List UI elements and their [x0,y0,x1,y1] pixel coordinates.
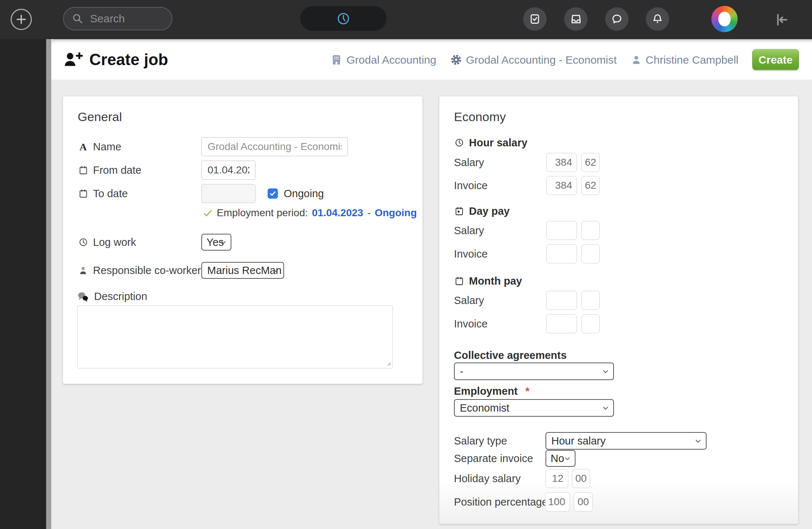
description-label: Description [77,290,147,303]
economy-heading: Economy [454,110,506,124]
person-icon [78,266,88,275]
month-invoice-dec-input[interactable] [581,314,600,333]
inbox-icon [570,13,582,25]
chevron-down-icon [602,404,609,412]
hour-invoice-dec-input[interactable] [581,176,600,195]
search-input[interactable] [90,12,156,25]
employment-period-from: 01.04.2023 [312,207,363,219]
holiday-salary-label: Holiday salary [454,473,521,485]
chevron-down-icon [220,239,227,245]
sidebar-scrollbar[interactable] [46,0,51,529]
page-header: Create job Grodal Accounting Grodal Acco… [51,39,812,80]
responsible-select[interactable]: Marius RecMan [201,262,284,279]
separate-invoice-label: Separate invoice [454,453,533,465]
ongoing-label: Ongoing [284,188,324,200]
green-check-icon [203,208,213,218]
salary-label: Salary [454,225,484,237]
bell-icon [652,13,663,25]
from-date-input[interactable] [201,161,256,180]
gear-crumb-icon [450,54,462,65]
salary-type-label: Salary type [454,435,507,447]
breadcrumb-company[interactable]: Grodal Accounting [330,53,436,66]
hour-invoice-main-input[interactable] [546,176,577,195]
holiday-salary-dec-input[interactable] [572,469,590,488]
task-check-icon [529,13,541,25]
create-button[interactable]: Create [752,49,799,70]
check-icon [269,190,276,197]
page-title: Create job [63,50,168,69]
employment-select[interactable]: Economist [454,399,614,417]
employment-label: Employment * [454,385,529,397]
clock-icon [78,237,88,247]
breadcrumb-job-label: Grodal Accounting - Economist [466,53,617,66]
calendar-day-icon [454,206,464,216]
day-invoice-dec-input[interactable] [581,244,600,263]
invoice-label: Invoice [454,180,488,192]
plus-icon [16,14,27,25]
general-heading: General [78,110,122,124]
salary-label: Salary [454,294,484,307]
position-percentage-label: Position percentage [454,496,548,508]
person-plus-icon [63,51,84,68]
chat-button[interactable] [605,7,629,31]
inbox-button[interactable] [564,7,588,31]
job-name-input[interactable] [201,137,348,156]
invoice-label: Invoice [454,248,488,260]
month-salary-main-input[interactable] [546,291,577,310]
add-new-button[interactable] [11,9,32,30]
employment-period-to: Ongoing [375,207,417,219]
calendar-icon [454,276,464,286]
clock-icon [454,138,464,148]
notifications-button[interactable] [646,7,669,31]
user-avatar[interactable] [711,6,738,32]
day-salary-main-input[interactable] [546,221,577,240]
economy-panel: Economy Hour salary Salary Invoice Day p… [439,96,798,524]
day-salary-dec-input[interactable] [581,221,600,240]
chevron-down-icon [602,368,609,375]
breadcrumb-job[interactable]: Grodal Accounting - Economist [450,53,617,66]
to-date-label: To date [78,188,128,200]
general-panel: General A Name From date To date Ongoing [63,96,423,384]
name-label: A Name [78,141,121,153]
breadcrumb-company-label: Grodal Accounting [347,53,436,66]
search-icon [72,13,83,25]
log-work-select[interactable]: Yes [201,234,231,251]
from-date-label: From date [78,164,141,176]
to-date-input[interactable] [201,184,256,203]
chevron-down-icon [564,455,571,462]
collective-agreements-label: Collective agreements [454,349,567,361]
day-pay-heading: Day pay [454,205,510,217]
font-a-icon: A [78,141,88,153]
tasks-button[interactable] [523,7,547,31]
day-invoice-main-input[interactable] [546,244,577,263]
global-search [63,7,172,30]
collective-agreements-select[interactable]: - [454,363,614,380]
chevron-down-icon [273,267,279,274]
employment-period-note: Employment period: 01.04.2023 - Ongoing [203,207,417,219]
breadcrumb-person-label: Christine Campbell [646,53,738,66]
timer-clock-icon [336,11,351,26]
time-tracker-widget[interactable] [300,6,387,31]
salary-type-select[interactable]: Hour salary [545,432,707,450]
description-textarea[interactable] [77,305,393,368]
person-icon [631,54,642,65]
hour-salary-main-input[interactable] [546,153,577,172]
month-salary-dec-input[interactable] [581,291,600,310]
ongoing-checkbox[interactable] [268,188,278,199]
position-percentage-dec-input[interactable] [574,492,593,511]
holiday-salary-main-input[interactable] [545,469,568,488]
hour-salary-heading: Hour salary [454,137,528,149]
responsible-label: Responsible co-worker [78,264,201,277]
building-icon [330,53,343,66]
position-percentage-main-input[interactable] [545,492,570,511]
collapse-topbar-icon[interactable] [773,12,789,28]
separate-invoice-select[interactable]: No [545,450,576,467]
calendar-icon [78,165,88,175]
breadcrumb-person[interactable]: Christine Campbell [631,53,738,66]
invoice-label: Invoice [454,318,488,330]
calendar-icon [78,189,88,199]
chevron-down-icon [694,437,702,444]
hour-salary-dec-input[interactable] [581,153,600,172]
log-work-label: Log work [78,236,136,248]
month-invoice-main-input[interactable] [546,314,577,333]
